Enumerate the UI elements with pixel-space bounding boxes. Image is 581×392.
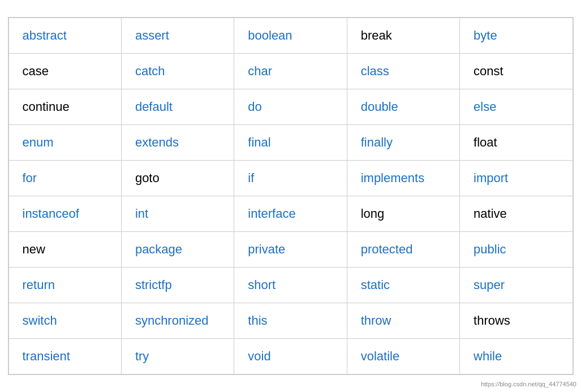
keyword-cell: new	[8, 232, 121, 268]
keyword-cell: volatile	[347, 339, 459, 374]
keyword-cell: enum	[8, 125, 121, 161]
table-row: forgotoifimplementsimport	[8, 161, 573, 196]
keyword-cell: case	[8, 54, 121, 89]
keyword-cell: native	[460, 196, 573, 232]
table-row: casecatchcharclassconst	[8, 54, 573, 89]
keyword-cell: implements	[347, 161, 459, 196]
table-row: transienttryvoidvolatilewhile	[8, 339, 573, 374]
keyword-cell: extends	[121, 125, 234, 161]
table-row: continuedefaultdodoubleelse	[8, 89, 573, 125]
table-row: returnstrictfpshortstaticsuper	[8, 268, 573, 303]
table-row: enumextendsfinalfinallyfloat	[8, 125, 573, 161]
keyword-cell: float	[460, 125, 573, 161]
keyword-cell: const	[460, 54, 573, 89]
keyword-cell: do	[234, 89, 347, 125]
table-row: newpackageprivateprotectedpublic	[8, 232, 573, 268]
keyword-cell: while	[460, 339, 573, 374]
keyword-cell: synchronized	[121, 303, 234, 339]
keyword-cell: abstract	[8, 18, 121, 54]
watermark: https://blog.csdn.net/qq_44774540	[481, 381, 576, 387]
keyword-cell: boolean	[234, 18, 347, 54]
keyword-cell: int	[121, 196, 234, 232]
keyword-cell: finally	[347, 125, 459, 161]
keywords-table-container: abstractassertbooleanbreakbytecasecatchc…	[8, 17, 574, 375]
java-keywords-table: abstractassertbooleanbreakbytecasecatchc…	[8, 18, 573, 374]
table-row: switchsynchronizedthisthrowthrows	[8, 303, 573, 339]
keyword-cell: char	[234, 54, 347, 89]
keyword-cell: try	[121, 339, 234, 374]
keyword-cell: void	[234, 339, 347, 374]
keyword-cell: assert	[121, 18, 234, 54]
keyword-cell: import	[460, 161, 573, 196]
keyword-cell: throws	[460, 303, 573, 339]
keyword-cell: transient	[8, 339, 121, 374]
keyword-cell: package	[121, 232, 234, 268]
table-row: instanceofintinterfacelongnative	[8, 196, 573, 232]
keyword-cell: switch	[8, 303, 121, 339]
keyword-cell: long	[347, 196, 459, 232]
keyword-cell: byte	[460, 18, 573, 54]
keyword-cell: double	[347, 89, 459, 125]
keyword-cell: for	[8, 161, 121, 196]
keyword-cell: final	[234, 125, 347, 161]
keyword-cell: goto	[121, 161, 234, 196]
table-row: abstractassertbooleanbreakbyte	[8, 18, 573, 54]
keyword-cell: class	[347, 54, 459, 89]
keyword-cell: super	[460, 268, 573, 303]
keyword-cell: return	[8, 268, 121, 303]
keyword-cell: this	[234, 303, 347, 339]
keyword-cell: static	[347, 268, 459, 303]
keyword-cell: instanceof	[8, 196, 121, 232]
keyword-cell: default	[121, 89, 234, 125]
keyword-cell: if	[234, 161, 347, 196]
keyword-cell: else	[460, 89, 573, 125]
keyword-cell: strictfp	[121, 268, 234, 303]
keyword-cell: break	[347, 18, 459, 54]
keyword-cell: short	[234, 268, 347, 303]
keyword-cell: public	[460, 232, 573, 268]
keyword-cell: catch	[121, 54, 234, 89]
keyword-cell: private	[234, 232, 347, 268]
keyword-cell: throw	[347, 303, 459, 339]
keyword-cell: continue	[8, 89, 121, 125]
keyword-cell: interface	[234, 196, 347, 232]
keyword-cell: protected	[347, 232, 459, 268]
